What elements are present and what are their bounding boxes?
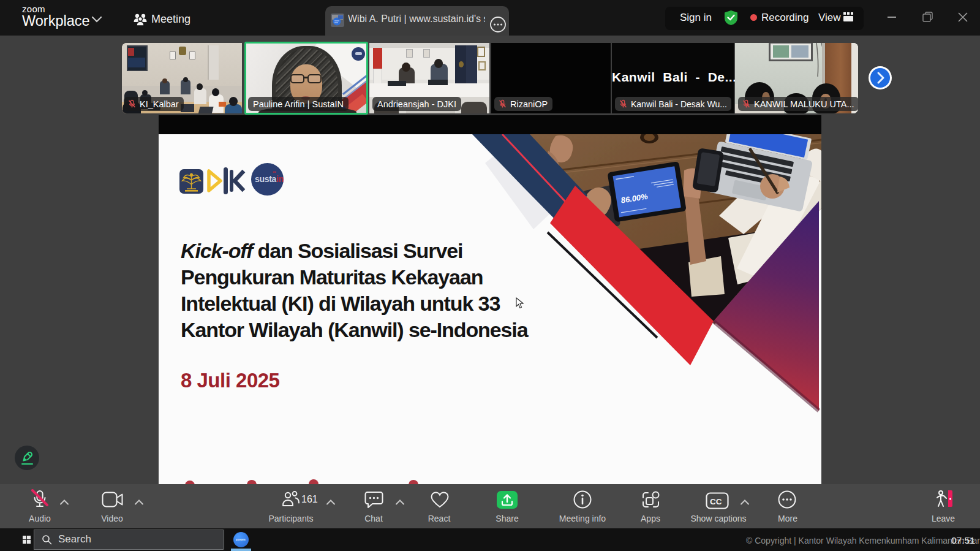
svg-text:CC: CC xyxy=(710,497,722,506)
